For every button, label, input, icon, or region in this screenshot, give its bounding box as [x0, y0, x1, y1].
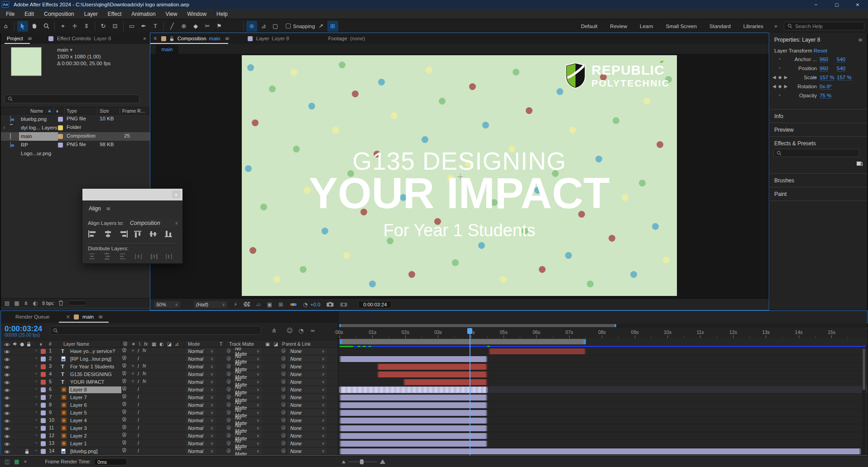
track-matte-pickwhip-icon[interactable]: @	[226, 363, 231, 368]
status-project-icon[interactable]: ◫	[5, 458, 10, 465]
layer-mode-dropdown[interactable]: Normal∨	[186, 386, 216, 393]
breadcrumb-comp-main[interactable]: main	[156, 45, 178, 54]
close-button[interactable]: ✕	[847, 0, 868, 9]
layer-visibility-eye-icon[interactable]	[4, 449, 10, 455]
property-value-x[interactable]: 75 %	[820, 93, 831, 99]
parent-pickwhip-icon[interactable]: @	[281, 379, 286, 384]
video-column-eye-icon[interactable]	[4, 342, 10, 348]
hand-tool-icon[interactable]	[29, 21, 40, 32]
shy-switch-icon[interactable]	[122, 402, 126, 408]
layer-name[interactable]: [RP Log...lour.png]	[69, 356, 121, 362]
layer-visibility-eye-icon[interactable]	[4, 411, 10, 416]
layer-expand-arrow[interactable]: ›	[34, 373, 39, 375]
parent-pickwhip-icon[interactable]: @	[281, 363, 286, 368]
property-value-y[interactable]: 157 %	[837, 75, 852, 81]
tab-render-queue[interactable]: Render Queue	[15, 314, 49, 319]
track-matte-pickwhip-icon[interactable]: @	[226, 402, 231, 407]
distribute-bottom-button[interactable]	[119, 253, 128, 260]
project-item-row[interactable]: bluebg.pngPNG file10 KB	[1, 115, 150, 124]
parent-pickwhip-icon[interactable]: @	[281, 371, 286, 376]
layer-duration-bar[interactable]	[340, 441, 487, 447]
properties-panel-menu-icon[interactable]: ≡	[858, 37, 863, 43]
flowchart-icon[interactable]: ⋔	[24, 300, 29, 306]
motion-blur-enable-icon[interactable]: ◔	[298, 327, 303, 334]
layer-mode-dropdown[interactable]: Normal∨	[186, 433, 216, 439]
layer-mode-dropdown[interactable]: Normal∨	[186, 402, 216, 408]
pan-camera-tool-icon[interactable]: ✛	[69, 21, 80, 32]
roto-brush-tool-icon[interactable]: ✂	[202, 21, 213, 32]
layer-mode-dropdown[interactable]: Normal∨	[186, 348, 216, 354]
property-value-x[interactable]: 157 %	[820, 75, 834, 81]
layer-name[interactable]: Layer 1	[69, 440, 121, 447]
axis-mode-world-icon[interactable]: ⊿	[258, 21, 269, 32]
timeline-search-input[interactable]	[50, 326, 261, 335]
layer-expand-arrow[interactable]: ›	[34, 381, 39, 382]
layer-color-label[interactable]	[41, 357, 46, 362]
viewer-timecode[interactable]: 0:00:03:24	[358, 301, 392, 308]
timeline-layer-row[interactable]: ›2[RP Log...lour.png]/Normal∨@No Matte∨@…	[1, 355, 338, 363]
rotation-tool-icon[interactable]: ↻	[98, 21, 109, 32]
collapse-switch-column-icon[interactable]: ☀	[131, 341, 135, 347]
track-matte-pickwhip-icon[interactable]: @	[226, 348, 231, 353]
folder-expand-arrow[interactable]: ›	[3, 124, 5, 131]
menu-view[interactable]: View	[161, 11, 182, 17]
parent-pickwhip-icon[interactable]: @	[281, 394, 286, 399]
layer-parent-dropdown[interactable]: None∨	[288, 448, 327, 454]
layer-duration-bar[interactable]	[340, 410, 487, 416]
create-new-animation-preset-icon[interactable]	[856, 160, 863, 167]
layer-visibility-eye-icon[interactable]	[4, 403, 10, 409]
section-effects-presets[interactable]: Effects & Presets	[774, 140, 816, 147]
quality-switch-icon[interactable]: /	[138, 386, 139, 392]
adjustment-layer-column-icon[interactable]: ◪	[167, 341, 172, 347]
layer-name[interactable]: Layer 3	[69, 425, 121, 432]
layer-expand-arrow[interactable]: ›	[34, 396, 39, 398]
item-label-swatch[interactable]	[58, 134, 63, 139]
shy-switch-icon[interactable]	[122, 379, 126, 385]
timeline-layer-row[interactable]: ›6✦Layer 8/Normal∨@No Matte∨@None∨	[1, 386, 338, 394]
shy-switch-icon[interactable]	[122, 386, 126, 392]
layer-name[interactable]: Have yo...y service?	[69, 348, 121, 355]
snapshot-camera-icon[interactable]	[326, 302, 334, 307]
timeline-layer-row[interactable]: ›5TYOUR IMPACT☀/fxNormal∨@No Matte∨@None…	[1, 378, 338, 386]
distribute-top-button[interactable]	[88, 253, 97, 260]
layer-name[interactable]: Layer 8	[69, 386, 121, 393]
menu-edit[interactable]: Edit	[19, 11, 39, 17]
audio-column-speaker-icon[interactable]	[13, 342, 17, 347]
menu-composition[interactable]: Composition	[39, 11, 79, 17]
layer-color-label[interactable]	[41, 403, 46, 408]
zoom-out-mountain-icon[interactable]	[342, 460, 345, 463]
layer-parent-dropdown[interactable]: None∨	[288, 363, 327, 370]
shy-switch-icon[interactable]	[122, 363, 126, 369]
track-matte-pickwhip-icon[interactable]: @	[226, 448, 231, 453]
shy-switch-icon[interactable]	[122, 356, 126, 362]
timeline-layer-row[interactable]: ›10✦Layer 4/Normal∨@No Matte∨@None∨	[1, 417, 338, 424]
layer-color-label[interactable]	[41, 410, 46, 415]
quality-switch-icon[interactable]: /	[138, 363, 139, 369]
layer-visibility-eye-icon[interactable]	[4, 426, 10, 432]
align-top-button[interactable]	[134, 230, 144, 238]
current-timecode[interactable]: 0:00:03:24	[5, 324, 42, 334]
timeline-layer-row[interactable]: ›11✦Layer 3/Normal∨@No Matte∨@None∨	[1, 424, 338, 432]
layer-parent-dropdown[interactable]: None∨	[288, 394, 327, 400]
fx-switch-column-icon[interactable]: fx	[144, 341, 148, 347]
layer-mode-dropdown[interactable]: Normal∨	[186, 363, 216, 370]
item-label-swatch[interactable]	[58, 125, 63, 130]
tab-effect-controls[interactable]: Effect Controls	[57, 36, 91, 41]
zoom-in-mountain-icon[interactable]	[380, 459, 385, 464]
parent-link-column[interactable]: Parent & Link	[282, 341, 311, 347]
layer-parent-dropdown[interactable]: None∨	[288, 417, 327, 424]
comp-name-dropdown-icon[interactable]: ▾	[70, 47, 72, 53]
timeline-vertical-scrollbar[interactable]	[862, 348, 866, 455]
quality-switch-icon[interactable]: /	[138, 417, 139, 423]
project-item-name[interactable]: dyi log... Layers	[19, 124, 58, 132]
type-tool-icon[interactable]: T	[150, 21, 161, 32]
layer-color-label[interactable]	[41, 434, 46, 438]
exposure-value[interactable]: +0.0	[311, 302, 321, 307]
column-size[interactable]: Size	[100, 108, 109, 114]
tab-footage[interactable]: Footage	[328, 36, 347, 41]
timeline-ruler[interactable]: :00s01s02s03s04s05s06s07s08s09s10s11s12s…	[338, 328, 868, 338]
layer-parent-dropdown[interactable]: None∨	[288, 356, 327, 362]
menu-file[interactable]: File	[1, 11, 19, 17]
frame-blend-column-icon[interactable]: ▦	[152, 341, 156, 347]
graph-editor-icon[interactable]: ≈	[310, 327, 315, 334]
